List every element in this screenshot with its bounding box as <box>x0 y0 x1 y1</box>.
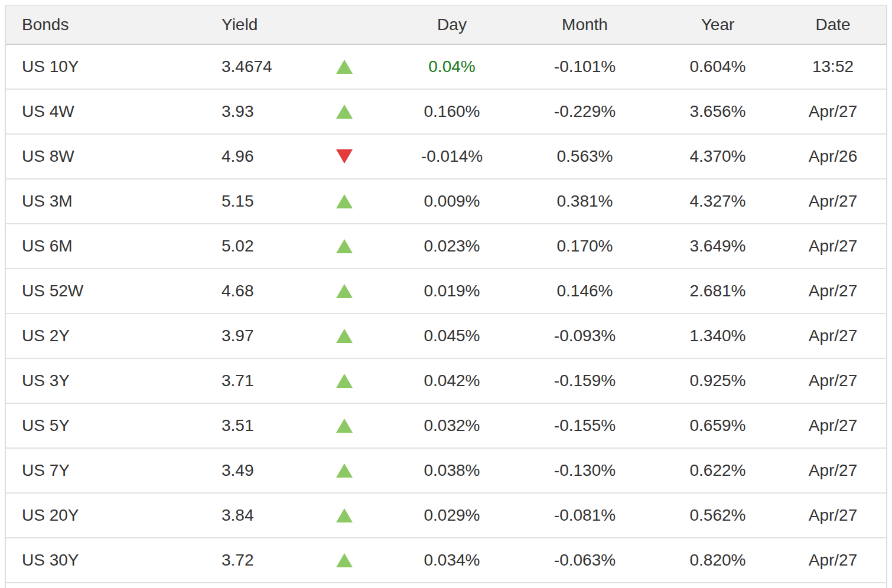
month-change-value: -0.093% <box>514 326 656 345</box>
table-row[interactable]: US 2Y 3.97 0.045% -0.093% 1.340% Apr/27 <box>6 314 886 359</box>
year-change-value: 0.622% <box>656 461 780 480</box>
trend-cell <box>298 194 390 208</box>
table-body: US 10Y 3.4674 0.04% -0.101% 0.604% 13:52… <box>6 45 886 583</box>
trend-up-icon <box>336 419 353 433</box>
bond-name: US 6M <box>6 237 201 256</box>
trend-cell <box>298 284 390 298</box>
trend-down-icon <box>336 149 353 164</box>
trend-cell <box>298 419 390 433</box>
day-change-value: 0.038% <box>390 461 514 480</box>
column-header-year[interactable]: Year <box>656 15 780 34</box>
year-change-value: 3.649% <box>656 237 780 256</box>
last-update-value: Apr/27 <box>780 237 886 256</box>
table-row[interactable]: US 5Y 3.51 0.032% -0.155% 0.659% Apr/27 <box>6 404 886 449</box>
column-header-day[interactable]: Day <box>390 15 514 34</box>
trend-up-icon <box>336 239 353 253</box>
table-row[interactable]: US 4W 3.93 0.160% -0.229% 3.656% Apr/27 <box>6 90 886 135</box>
bond-name: US 10Y <box>6 57 201 76</box>
table-row[interactable]: US 30Y 3.72 0.034% -0.063% 0.820% Apr/27 <box>6 538 886 583</box>
day-change-value: 0.042% <box>390 371 514 390</box>
trend-up-icon <box>336 194 353 208</box>
month-change-value: -0.155% <box>514 416 656 435</box>
table-row[interactable]: US 10Y 3.4674 0.04% -0.101% 0.604% 13:52 <box>6 45 886 90</box>
table-row[interactable]: US 3M 5.15 0.009% 0.381% 4.327% Apr/27 <box>6 179 886 224</box>
day-change-value: 0.034% <box>390 551 514 570</box>
trend-up-icon <box>336 463 353 478</box>
bond-name: US 2Y <box>6 326 201 345</box>
column-header-bonds[interactable]: Bonds <box>6 15 201 34</box>
trend-cell <box>298 60 390 74</box>
bond-yield-value: 3.97 <box>201 326 298 345</box>
column-header-yield[interactable]: Yield <box>201 15 298 34</box>
year-change-value: 0.925% <box>656 371 780 390</box>
table-row[interactable]: US 3Y 3.71 0.042% -0.159% 0.925% Apr/27 <box>6 359 886 404</box>
trend-up-icon <box>336 329 353 343</box>
table-row[interactable]: US 7Y 3.49 0.038% -0.130% 0.622% Apr/27 <box>6 449 886 494</box>
bond-name: US 4W <box>6 102 201 121</box>
trend-cell <box>298 463 390 478</box>
year-change-value: 0.604% <box>656 57 780 76</box>
bond-yield-value: 3.93 <box>201 102 298 121</box>
bond-name: US 7Y <box>6 461 201 480</box>
last-update-value: 13:52 <box>780 57 886 76</box>
table-row[interactable]: US 8W 4.96 -0.014% 0.563% 4.370% Apr/26 <box>6 135 886 179</box>
next-row-partially-visible <box>6 583 886 588</box>
bond-yield-value: 5.02 <box>201 237 298 256</box>
month-change-value: 0.563% <box>514 147 656 166</box>
last-update-value: Apr/27 <box>780 506 886 525</box>
trend-up-icon <box>336 60 353 74</box>
last-update-value: Apr/26 <box>780 147 886 166</box>
year-change-value: 0.562% <box>656 506 780 525</box>
month-change-value: 0.381% <box>514 192 656 211</box>
month-change-value: 0.170% <box>514 237 656 256</box>
trend-cell <box>298 149 390 164</box>
day-change-value: -0.014% <box>390 147 514 166</box>
month-change-value: 0.146% <box>514 282 656 300</box>
table-row[interactable]: US 20Y 3.84 0.029% -0.081% 0.562% Apr/27 <box>6 494 886 538</box>
trend-cell <box>298 508 390 522</box>
column-header-date[interactable]: Date <box>780 15 886 34</box>
bond-name: US 3Y <box>6 371 201 390</box>
day-change-value: 0.019% <box>390 282 514 300</box>
trend-cell <box>298 104 390 119</box>
last-update-value: Apr/27 <box>780 551 886 570</box>
day-change-value: 0.029% <box>390 506 514 525</box>
bond-name: US 20Y <box>6 506 201 525</box>
month-change-value: -0.130% <box>514 461 656 480</box>
year-change-value: 3.656% <box>656 102 780 121</box>
bond-yield-value: 3.84 <box>201 506 298 525</box>
bond-name: US 30Y <box>6 551 201 570</box>
month-change-value: -0.159% <box>514 371 656 390</box>
year-change-value: 0.659% <box>656 416 780 435</box>
bond-yields-table: Bonds Yield Day Month Year Date US 10Y 3… <box>5 5 887 588</box>
trend-up-icon <box>336 284 353 298</box>
day-change-value: 0.04% <box>390 57 514 76</box>
last-update-value: Apr/27 <box>780 282 886 300</box>
day-change-value: 0.023% <box>390 237 514 256</box>
trend-cell <box>298 329 390 343</box>
bond-name: US 5Y <box>6 416 201 435</box>
column-header-month[interactable]: Month <box>514 15 656 34</box>
bond-yield-value: 3.72 <box>201 551 298 570</box>
last-update-value: Apr/27 <box>780 192 886 211</box>
bond-name: US 52W <box>6 282 201 300</box>
trend-cell <box>298 239 390 253</box>
bond-yield-value: 3.51 <box>201 416 298 435</box>
last-update-value: Apr/27 <box>780 371 886 390</box>
month-change-value: -0.229% <box>514 102 656 121</box>
month-change-value: -0.101% <box>514 57 656 76</box>
table-row[interactable]: US 6M 5.02 0.023% 0.170% 3.649% Apr/27 <box>6 224 886 269</box>
bond-name: US 3M <box>6 192 201 211</box>
table-row[interactable]: US 52W 4.68 0.019% 0.146% 2.681% Apr/27 <box>6 269 886 314</box>
trend-up-icon <box>336 508 353 522</box>
trend-cell <box>298 553 390 567</box>
bond-yield-value: 3.49 <box>201 461 298 480</box>
last-update-value: Apr/27 <box>780 416 886 435</box>
day-change-value: 0.032% <box>390 416 514 435</box>
trend-up-icon <box>336 374 353 388</box>
bond-yield-value: 4.68 <box>201 282 298 300</box>
month-change-value: -0.063% <box>514 551 656 570</box>
last-update-value: Apr/27 <box>780 326 886 345</box>
bond-yield-value: 3.4674 <box>201 57 298 76</box>
year-change-value: 2.681% <box>656 282 780 300</box>
